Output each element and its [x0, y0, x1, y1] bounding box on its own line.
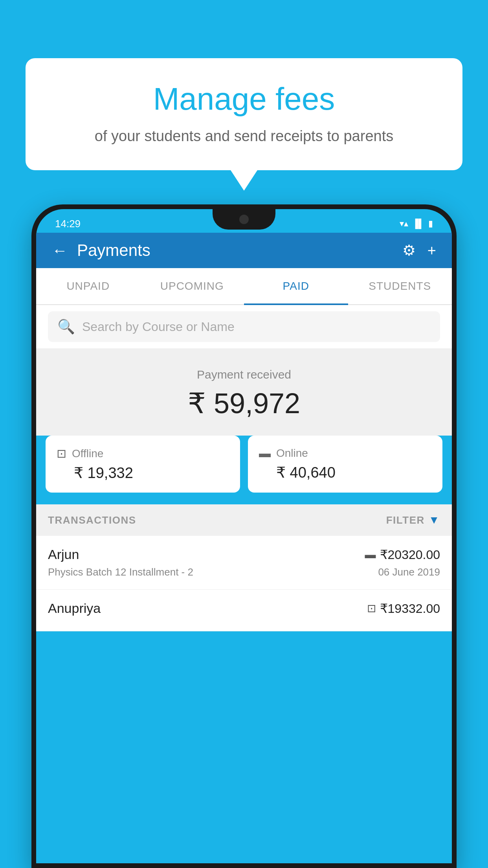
settings-icon[interactable]: ⚙ [402, 242, 416, 259]
transaction-course: Physics Batch 12 Installment - 2 [48, 566, 193, 578]
payment-received-label: Payment received [36, 368, 452, 381]
filter-icon: ▼ [429, 514, 440, 526]
rupee-payment-icon: ⊡ [367, 602, 376, 615]
header-left: ← Payments [52, 241, 150, 260]
tab-paid[interactable]: PAID [244, 268, 348, 304]
transaction-list: Arjun ▬ ₹20320.00 Physics Batch 12 Insta… [36, 536, 452, 631]
transaction-date: 06 June 2019 [378, 566, 440, 578]
online-icon: ▬ [259, 447, 271, 460]
transaction-item: Anupriya ⊡ ₹19332.00 [36, 590, 452, 631]
payment-received-amount: ₹ 59,972 [36, 387, 452, 420]
status-icons: ▾▴ ▐▌ ▮ [400, 219, 433, 229]
online-label: Online [276, 447, 308, 460]
wifi-icon: ▾▴ [400, 219, 408, 229]
filter-button[interactable]: FILTER ▼ [386, 514, 440, 526]
offline-icon: ⊡ [57, 447, 66, 460]
card-payment-icon: ▬ [365, 548, 376, 561]
offline-payment-card: ⊡ Offline ₹ 19,332 [46, 436, 240, 493]
phone-frame: 14:29 ▾▴ ▐▌ ▮ ← Payments ⚙ + UNPAID [31, 204, 457, 868]
speech-bubble: Manage fees of your students and send re… [26, 58, 462, 170]
header-right: ⚙ + [402, 242, 436, 259]
status-time: 14:29 [55, 218, 81, 230]
add-icon[interactable]: + [427, 242, 436, 259]
speech-bubble-container: Manage fees of your students and send re… [26, 58, 462, 170]
transaction-name: Anupriya [48, 601, 101, 616]
transaction-name: Arjun [48, 547, 79, 562]
tab-upcoming[interactable]: UPCOMING [140, 268, 244, 304]
search-box[interactable]: 🔍 Search by Course or Name [48, 311, 440, 342]
transactions-header: TRANSACTIONS FILTER ▼ [36, 504, 452, 536]
camera [239, 215, 249, 224]
transaction-item: Arjun ▬ ₹20320.00 Physics Batch 12 Insta… [36, 536, 452, 590]
payment-cards: ⊡ Offline ₹ 19,332 ▬ Online ₹ 40,640 [36, 436, 452, 504]
battery-icon: ▮ [428, 219, 433, 229]
transaction-row1: Anupriya ⊡ ₹19332.00 [48, 601, 440, 616]
back-button[interactable]: ← [52, 242, 68, 259]
transaction-row1: Arjun ▬ ₹20320.00 [48, 547, 440, 562]
online-card-header: ▬ Online [259, 447, 431, 460]
search-placeholder: Search by Course or Name [82, 320, 235, 334]
header-title: Payments [77, 241, 150, 260]
tab-students[interactable]: STUDENTS [348, 268, 452, 304]
tabs: UNPAID UPCOMING PAID STUDENTS [36, 268, 452, 305]
transaction-amount: ₹20320.00 [380, 547, 440, 562]
online-payment-card: ▬ Online ₹ 40,640 [248, 436, 442, 493]
transaction-amount-row: ⊡ ₹19332.00 [367, 601, 440, 616]
offline-card-header: ⊡ Offline [57, 447, 229, 460]
transaction-row2: Physics Batch 12 Installment - 2 06 June… [48, 566, 440, 578]
search-icon: 🔍 [57, 318, 75, 335]
offline-amount: ₹ 19,332 [57, 464, 229, 482]
offline-label: Offline [72, 447, 103, 460]
bubble-subtitle: of your students and send receipts to pa… [57, 126, 431, 147]
phone-inner: 14:29 ▾▴ ▐▌ ▮ ← Payments ⚙ + UNPAID [36, 209, 452, 863]
transactions-label: TRANSACTIONS [48, 514, 136, 526]
online-amount: ₹ 40,640 [259, 464, 431, 481]
phone-notch [213, 209, 275, 230]
signal-icon: ▐▌ [412, 219, 424, 229]
app-header: ← Payments ⚙ + [36, 233, 452, 268]
tab-unpaid[interactable]: UNPAID [36, 268, 140, 304]
search-container: 🔍 Search by Course or Name [36, 305, 452, 348]
bubble-title: Manage fees [57, 82, 431, 116]
payment-received-section: Payment received ₹ 59,972 [36, 348, 452, 436]
transaction-amount: ₹19332.00 [380, 601, 440, 616]
filter-label: FILTER [386, 514, 425, 526]
transaction-amount-row: ▬ ₹20320.00 [365, 547, 440, 562]
